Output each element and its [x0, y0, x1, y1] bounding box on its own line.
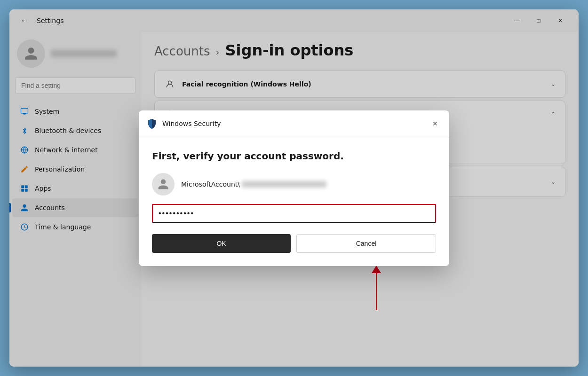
settings-window: ← Settings — □ ✕: [9, 9, 579, 367]
dialog-footer: OK Cancel: [139, 234, 449, 266]
dialog-avatar: [152, 173, 175, 196]
dialog-overlay: Windows Security ✕ First, verify your ac…: [9, 9, 579, 367]
account-prefix: MicrosoftAccount\: [181, 180, 240, 188]
windows-security-shield-icon: [146, 118, 158, 129]
dialog-user-row: MicrosoftAccount\: [152, 173, 436, 196]
account-name-blurred: [242, 181, 326, 188]
windows-security-dialog: Windows Security ✕ First, verify your ac…: [139, 110, 449, 266]
cancel-button[interactable]: Cancel: [296, 234, 436, 253]
password-field-wrap: [152, 204, 436, 223]
dialog-title: Windows Security: [162, 120, 221, 127]
dialog-heading: First, verify your account password.: [152, 150, 436, 162]
password-input[interactable]: [152, 204, 436, 223]
dialog-account-info: MicrosoftAccount\: [181, 180, 326, 188]
dialog-close-button[interactable]: ✕: [429, 117, 442, 130]
dialog-body: First, verify your account password. Mic…: [139, 137, 449, 234]
ok-button[interactable]: OK: [152, 234, 291, 253]
dialog-titlebar: Windows Security ✕: [139, 110, 449, 137]
dialog-account-name: MicrosoftAccount\: [181, 180, 326, 188]
